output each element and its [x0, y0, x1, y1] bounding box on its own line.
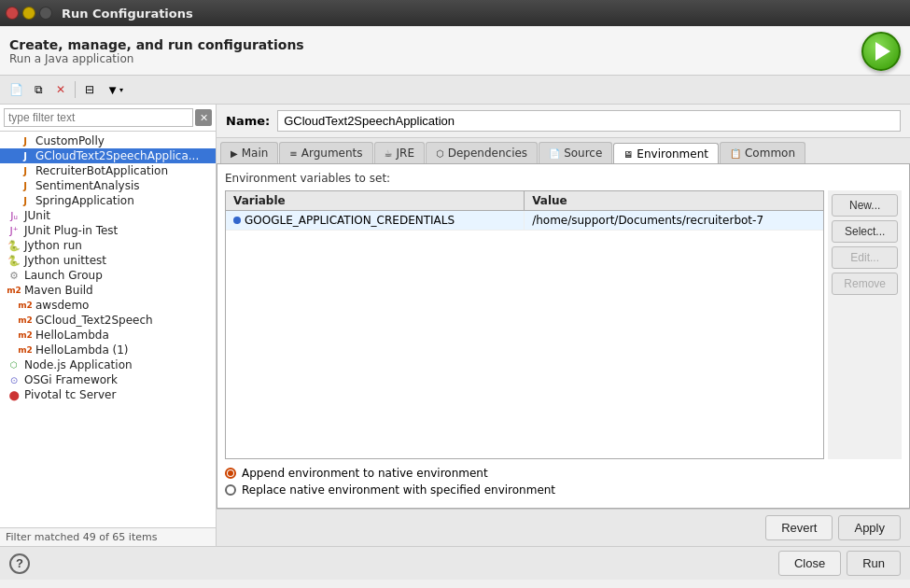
tab-arguments[interactable]: ≡ Arguments: [279, 142, 372, 163]
help-icon: ?: [16, 556, 23, 570]
tab-source[interactable]: 📄 Source: [539, 142, 612, 163]
new-icon: 📄: [9, 83, 23, 96]
new-config-btn[interactable]: 📄: [6, 79, 26, 100]
duplicate-config-btn[interactable]: ⧉: [28, 79, 49, 100]
filter-icon: ▼: [106, 83, 119, 97]
tab-environment[interactable]: 🖥 Environment: [613, 143, 719, 164]
footer-buttons: Close Run: [778, 551, 901, 576]
tab-dependencies[interactable]: ⬡ Dependencies: [426, 142, 538, 163]
sidebar-footer: Filter matched 49 of 65 items: [0, 527, 216, 546]
filter-config-btn[interactable]: ▼ ▾: [102, 80, 128, 100]
filter-input[interactable]: [4, 108, 193, 127]
maven-icon: m2: [19, 314, 32, 327]
main-layout: ✕ J CustomPolly J GCloudText2SpeechAppli…: [0, 105, 910, 546]
env-side-buttons: New... Select... Edit... Remove: [828, 190, 902, 459]
tab-common[interactable]: 📋 Common: [720, 142, 805, 163]
right-panel: Name: ▶ Main ≡ Arguments ☕ JRE ⬡ Depende…: [217, 105, 910, 546]
env-row[interactable]: GOOGLE_APPLICATION_CREDENTIALS /home/sup…: [226, 211, 823, 231]
tree-item-label: awsdemo: [35, 299, 89, 312]
window-title: Run Configurations: [62, 7, 193, 21]
window-controls[interactable]: [6, 7, 52, 20]
tab-jre[interactable]: ☕ JRE: [374, 142, 425, 163]
tree-item-gcloudtext2speech[interactable]: J GCloudText2SpeechApplica...: [0, 148, 216, 163]
help-btn[interactable]: ?: [9, 553, 30, 574]
tree-item-awsdemo[interactable]: m2 awsdemo: [0, 298, 216, 313]
env-col-variable: Variable: [226, 191, 525, 210]
java-icon: J: [19, 194, 32, 207]
collapse-icon: ⊟: [85, 83, 94, 96]
apply-btn[interactable]: Apply: [838, 515, 901, 540]
java-icon: J: [19, 179, 32, 192]
java-icon: J: [19, 164, 32, 177]
java-icon: J: [19, 134, 32, 147]
radio-append[interactable]: Append environment to native environment: [225, 467, 902, 480]
java-icon: J: [19, 149, 32, 162]
tree-item-osgi[interactable]: ⊙ OSGi Framework: [0, 372, 216, 387]
env-cell-value: /home/support/Documents/recruiterbot-7: [525, 211, 823, 230]
remove-env-btn[interactable]: Remove: [832, 273, 898, 295]
radio-replace[interactable]: Replace native environment with specifie…: [225, 483, 902, 497]
launch-group-icon: ⚙: [7, 269, 21, 282]
run-config-btn[interactable]: Run: [847, 551, 901, 576]
tree-item-custompolly[interactable]: J CustomPolly: [0, 133, 216, 148]
close-window-btn[interactable]: [6, 7, 19, 20]
maximize-window-btn[interactable]: [39, 7, 52, 20]
tree-item-nodejs[interactable]: ⬡ Node.js Application: [0, 357, 216, 372]
select-env-btn[interactable]: Select...: [832, 220, 898, 243]
close-btn[interactable]: Close: [778, 551, 841, 576]
tab-main-label: Main: [242, 147, 269, 160]
tree-item-label: OSGi Framework: [24, 373, 118, 386]
tree-item-junit-plugin[interactable]: J⁺ JUnit Plug-in Test: [0, 223, 216, 238]
delete-config-btn[interactable]: ✕: [50, 79, 71, 100]
run-button[interactable]: [861, 32, 901, 71]
common-tab-icon: 📋: [730, 148, 741, 159]
revert-apply-row: Revert Apply: [217, 509, 910, 546]
maven-icon: m2: [19, 343, 32, 357]
env-variable-value: GOOGLE_APPLICATION_CREDENTIALS: [245, 214, 455, 227]
tab-jre-label: JRE: [397, 147, 414, 160]
footer: ? Close Run: [0, 546, 910, 580]
tree-item-tc-server[interactable]: ⬤ Pivotal tc Server: [0, 387, 216, 402]
tree-item-maven-group[interactable]: m2 Maven Build: [0, 283, 216, 298]
tree-item-hellolambda1[interactable]: m2 HelloLambda (1): [0, 343, 216, 357]
tree-item-label: Jython unittest: [24, 254, 106, 267]
tree-item-jython-run[interactable]: 🐍 Jython run: [0, 238, 216, 253]
revert-btn[interactable]: Revert: [765, 515, 833, 540]
tab-arguments-label: Arguments: [301, 147, 363, 160]
env-options: Append environment to native environment…: [225, 467, 902, 500]
tree-item-label: Maven Build: [24, 284, 93, 297]
tab-content-environment: Environment variables to set: Variable V…: [217, 164, 910, 509]
edit-env-btn[interactable]: Edit...: [832, 246, 898, 269]
tree-item-label: GCloudText2SpeechApplica...: [35, 149, 199, 162]
tree-item-recruiterbotapp[interactable]: J RecruiterBotApplication: [0, 163, 216, 178]
maven-icon: m2: [19, 299, 32, 312]
main-toolbar: 📄 ⧉ ✕ ⊟ ▼ ▾: [0, 76, 910, 105]
collapse-all-btn[interactable]: ⊟: [79, 79, 100, 100]
name-input[interactable]: [277, 110, 901, 132]
filter-clear-btn[interactable]: ✕: [195, 109, 212, 126]
tree-item-sentimentanalysis[interactable]: J SentimentAnalysis: [0, 178, 216, 193]
tree-item-springapp[interactable]: J SpringApplication: [0, 193, 216, 208]
delete-icon: ✕: [56, 83, 65, 96]
tree-item-label: CustomPolly: [35, 134, 105, 147]
header: Create, manage, and run configurations R…: [0, 26, 910, 76]
jre-tab-icon: ☕: [385, 148, 393, 159]
tab-main[interactable]: ▶ Main: [220, 142, 278, 163]
radio-append-label: Append environment to native environment: [242, 467, 488, 480]
new-env-btn[interactable]: New...: [832, 194, 898, 217]
tree-item-hellolambda[interactable]: m2 HelloLambda: [0, 328, 216, 343]
env-table-header: Variable Value: [226, 191, 823, 211]
tree-item-label: Node.js Application: [24, 358, 133, 371]
header-subheading: Run a Java application: [9, 52, 304, 65]
nodejs-icon: ⬡: [7, 358, 21, 371]
env-tab-icon: 🖥: [623, 149, 633, 160]
tree-item-jython-unittest[interactable]: 🐍 Jython unittest: [0, 253, 216, 268]
tree-item-launch-group[interactable]: ⚙ Launch Group: [0, 268, 216, 283]
minimize-window-btn[interactable]: [22, 7, 35, 20]
tree-item-junit-group[interactable]: Jᵤ JUnit: [0, 208, 216, 223]
tree-item-gcloud-maven[interactable]: m2 GCloud_Text2Speech: [0, 313, 216, 328]
junit-group-icon: Jᵤ: [7, 209, 21, 222]
maven-icon: m2: [19, 329, 32, 342]
tree-item-label: Pivotal tc Server: [24, 388, 116, 401]
filter-arrow-icon: ▾: [119, 86, 123, 94]
